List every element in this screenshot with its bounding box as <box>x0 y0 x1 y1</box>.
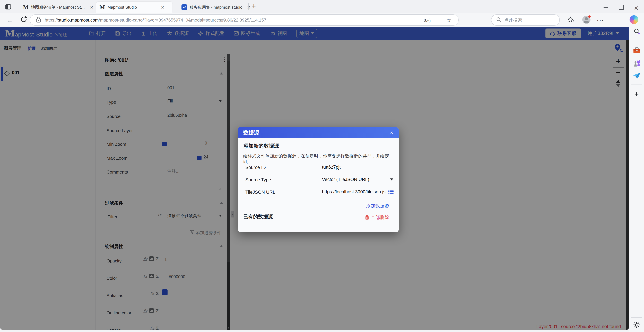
mapmost-favicon: M <box>23 4 28 10</box>
sidebar-games-icon[interactable] <box>633 59 641 68</box>
rail-divider <box>631 317 642 318</box>
tab-close-icon[interactable]: ✕ <box>90 5 94 10</box>
tab-title: Mapmost Studio <box>108 5 137 10</box>
collections-icon[interactable] <box>568 16 575 24</box>
url-list-icon[interactable] <box>388 189 394 195</box>
delete-all-sources-button[interactable]: 全部删除 <box>365 214 389 220</box>
source-type-label: Source Type <box>245 177 271 182</box>
address-bar[interactable]: https://studio.mapmost.com/mapmost-studi… <box>30 14 458 26</box>
browser-menu-icon[interactable]: … <box>596 14 604 23</box>
browser-tab-strip: M 地图服务清单 - Mapmost Studio ✕ M Mapmost St… <box>0 0 644 13</box>
browser-tab-3[interactable]: 服务应用集 - mapmost studio ✕ <box>178 2 253 13</box>
browser-tab-2-active[interactable]: M Mapmost Studio ✕ <box>96 2 172 13</box>
sidebar-toolbox-icon[interactable] <box>633 47 640 55</box>
sidebar-add-icon[interactable]: + <box>633 90 640 98</box>
sidebar-settings-gear-icon[interactable] <box>633 321 640 329</box>
tilejson-url-label: TileJSON URL <box>245 190 275 195</box>
tab-divider <box>17 3 17 10</box>
modal-heading: 添加新的数据源 <box>243 143 279 150</box>
modal-title: 数据源 <box>243 129 259 136</box>
copilot-icon[interactable] <box>630 15 638 24</box>
tilejson-url-input[interactable]: https://localhost:3000/tilejson.jso <box>322 189 386 195</box>
trash-icon <box>365 215 369 220</box>
browser-toolbar: ← https://studio.mapmost.com/mapmost-stu… <box>0 13 644 27</box>
source-type-select[interactable]: Vector (TileJSON URL) <box>322 177 369 182</box>
tab-divider <box>248 3 249 10</box>
chevron-down-icon[interactable] <box>390 178 393 180</box>
add-source-button[interactable]: 添加数据源 <box>366 203 389 209</box>
window-maximize-button[interactable] <box>619 5 624 9</box>
source-id-input[interactable]: tua6z7pjt <box>322 165 341 170</box>
sidebar-search-icon[interactable] <box>634 28 640 36</box>
url-text: https://studio.mapmost.com/mapmost-studi… <box>45 17 266 23</box>
modal-header: 数据源 × <box>238 127 399 138</box>
tab-title: 地图服务清单 - Mapmost Studio <box>31 4 85 10</box>
new-tab-button[interactable]: + <box>252 2 256 10</box>
favorite-star-icon[interactable]: ☆ <box>446 17 452 23</box>
refresh-icon[interactable] <box>20 16 28 24</box>
back-icon[interactable]: ← <box>6 17 13 24</box>
mapmost-favicon: M <box>100 4 105 10</box>
existing-sources-heading: 已有的数据源 <box>243 213 273 220</box>
workspace-menu-icon[interactable] <box>5 4 11 10</box>
window-close-button[interactable]: ✕ <box>634 5 638 9</box>
edge-sidebar-rail: + <box>629 27 644 332</box>
sidebar-send-icon[interactable] <box>633 72 640 80</box>
browser-tab-1[interactable]: M 地图服务清单 - Mapmost Studio ✕ <box>20 2 95 13</box>
search-icon <box>496 17 501 23</box>
tab-close-icon[interactable]: ✕ <box>161 5 164 10</box>
tab-title: 服务应用集 - mapmost studio <box>190 4 242 10</box>
search-box[interactable]: 点此搜索 <box>491 14 560 26</box>
window-minimize-button[interactable] <box>604 5 608 9</box>
translate-icon[interactable]: aあ <box>424 17 431 23</box>
source-id-label: Source ID <box>245 165 266 170</box>
search-placeholder: 点此搜索 <box>504 17 522 23</box>
close-icon[interactable]: × <box>390 130 393 136</box>
data-source-modal: 数据源 × 添加新的数据源 给样式文件添加新的数据源，在创建时，你需要选择数据源… <box>238 127 399 232</box>
profile-avatar[interactable] <box>582 15 591 25</box>
rail-divider <box>631 84 642 84</box>
service-app-favicon <box>182 4 187 10</box>
lock-icon <box>36 17 41 23</box>
modal-description: 给样式文件添加新的数据源，在创建时，你需要选择数据源的类型，并给定id。 <box>243 153 394 165</box>
